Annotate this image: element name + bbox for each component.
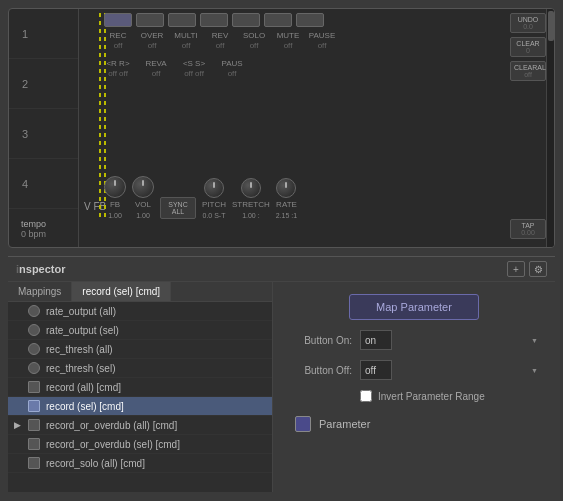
scrollbar-thumb <box>548 11 554 41</box>
track-row-2: 2 <box>9 59 78 109</box>
rate-group: RATE 2.15 :1 <box>276 178 297 219</box>
stretch-group: STRETCH 1.00 : <box>232 178 270 219</box>
inspector-icons: + ⚙ <box>507 261 547 277</box>
ctrl-ss: <S S> off off <box>180 59 208 78</box>
looper-panel: 1 2 3 4 V FB REC off OVER of <box>8 8 555 248</box>
inspector-body: Mappings record (sel) [cmd] rate_output … <box>8 282 555 492</box>
top-btn-2[interactable] <box>136 13 164 27</box>
inspector-title: inspector <box>16 263 66 275</box>
gear-button[interactable]: ⚙ <box>529 261 547 277</box>
top-btn-7[interactable] <box>296 13 324 27</box>
panel-scrollbar[interactable] <box>546 9 554 247</box>
button-on-row: Button On: onoff <box>287 330 541 350</box>
rate-knob[interactable] <box>276 178 296 198</box>
list-item[interactable]: record (all) [cmd] <box>8 378 272 397</box>
controls-row-1: REC off OVER off MULTI off REV off SOLO … <box>104 31 484 50</box>
ctrl-multi: MULTI off <box>172 31 200 50</box>
fb-knob-group: FB 1.00 <box>104 176 126 219</box>
knobs-area: FB 1.00 VOL 1.00 SYNC ALL PITCH 0.0 S-T … <box>104 176 297 219</box>
inspector-left: Mappings record (sel) [cmd] rate_output … <box>8 282 273 492</box>
parameter-label: Parameter <box>319 418 370 430</box>
top-btn-5[interactable] <box>232 13 260 27</box>
tab-record-sel[interactable]: record (sel) [cmd] <box>72 282 171 301</box>
vol-knob[interactable] <box>132 176 154 198</box>
ctrl-mute: MUTE off <box>274 31 302 50</box>
fb-knob[interactable] <box>104 176 126 198</box>
list-item[interactable]: rate_output (sel) <box>8 321 272 340</box>
track-row-1: 1 <box>9 9 78 59</box>
track-row-3: 3 <box>9 109 78 159</box>
clearall-button[interactable]: CLEARALL off <box>510 61 546 81</box>
map-parameter-button[interactable]: Map Parameter <box>349 294 479 320</box>
ctrl-over: OVER off <box>138 31 166 50</box>
track-label-3: 3 <box>17 128 33 140</box>
top-btn-4[interactable] <box>200 13 228 27</box>
top-btn-1[interactable] <box>104 13 132 27</box>
track-label-1: 1 <box>17 28 33 40</box>
right-buttons: UNDO 0.0 CLEAR 0 CLEARALL off <box>510 13 546 81</box>
clear-button[interactable]: CLEAR 0 <box>510 37 546 57</box>
knob-icon <box>28 343 40 355</box>
mapping-list[interactable]: rate_output (all) rate_output (sel) rec_… <box>8 302 272 492</box>
sync-all-group: SYNC ALL <box>160 197 196 219</box>
btn-icon <box>28 419 40 431</box>
expand-arrow[interactable]: ▶ <box>14 420 28 430</box>
inspector-tabs: Mappings record (sel) [cmd] <box>8 282 272 302</box>
btn-icon <box>28 438 40 450</box>
tab-mappings[interactable]: Mappings <box>8 282 72 301</box>
invert-label: Invert Parameter Range <box>378 391 485 402</box>
controls-row-2: <R R> off off REVA off <S S> off off PAU… <box>104 59 484 78</box>
button-off-select[interactable]: offon <box>360 360 392 380</box>
tap-button[interactable]: TAP 0.00 <box>510 219 546 239</box>
parameter-color-indicator <box>295 416 311 432</box>
btn-icon <box>28 400 40 412</box>
button-on-select[interactable]: onoff <box>360 330 392 350</box>
track-row-4: 4 <box>9 159 78 209</box>
track-label-2: 2 <box>17 78 33 90</box>
parameter-box: Parameter <box>287 416 541 432</box>
button-on-select-wrap: onoff <box>360 330 541 350</box>
btn-icon <box>28 381 40 393</box>
button-off-select-wrap: offon <box>360 360 541 380</box>
inspector-header: inspector + ⚙ <box>8 257 555 282</box>
ctrl-paus: PAUS off <box>218 59 246 78</box>
knob-icon <box>28 305 40 317</box>
stretch-knob[interactable] <box>241 178 261 198</box>
knob-icon <box>28 362 40 374</box>
ctrl-rev: REV off <box>206 31 234 50</box>
knob-icon <box>28 324 40 336</box>
add-button[interactable]: + <box>507 261 525 277</box>
list-item-selected[interactable]: record (sel) [cmd] <box>8 397 272 416</box>
list-item[interactable]: ▶ record_or_overdub (all) [cmd] <box>8 416 272 435</box>
top-btn-3[interactable] <box>168 13 196 27</box>
pitch-group: PITCH 0.0 S-T <box>202 178 226 219</box>
top-btn-6[interactable] <box>264 13 292 27</box>
track-area: 1 2 3 4 <box>9 9 79 247</box>
ctrl-pause: PAUSE off <box>308 31 336 50</box>
inspector-panel: inspector + ⚙ Mappings record (sel) [cmd… <box>8 256 555 492</box>
ctrl-lr: <R R> off off <box>104 59 132 78</box>
list-item[interactable]: rec_thresh (all) <box>8 340 272 359</box>
list-item[interactable]: record_or_overdub (sel) [cmd] <box>8 435 272 454</box>
button-on-label: Button On: <box>287 335 352 346</box>
inspector-right: Map Parameter Button On: onoff Button Of… <box>273 282 555 492</box>
list-item[interactable]: rec_thresh (sel) <box>8 359 272 378</box>
pitch-knob[interactable] <box>204 178 224 198</box>
invert-checkbox[interactable] <box>360 390 372 402</box>
list-item[interactable]: rate_output (all) <box>8 302 272 321</box>
undo-button[interactable]: UNDO 0.0 <box>510 13 546 33</box>
button-off-row: Button Off: offon <box>287 360 541 380</box>
vol-knob-group: VOL 1.00 <box>132 176 154 219</box>
ctrl-rec: REC off <box>104 31 132 50</box>
button-off-label: Button Off: <box>287 365 352 376</box>
ctrl-solo: SOLO off <box>240 31 268 50</box>
tempo-area: tempo 0 bpm <box>21 219 46 239</box>
track-label-4: 4 <box>17 178 33 190</box>
sync-all-button[interactable]: SYNC ALL <box>160 197 196 219</box>
top-button-row <box>104 13 324 27</box>
list-item[interactable]: record_solo (all) [cmd] <box>8 454 272 473</box>
btn-icon <box>28 457 40 469</box>
ctrl-reva: REVA off <box>142 59 170 78</box>
invert-row: Invert Parameter Range <box>287 390 541 402</box>
